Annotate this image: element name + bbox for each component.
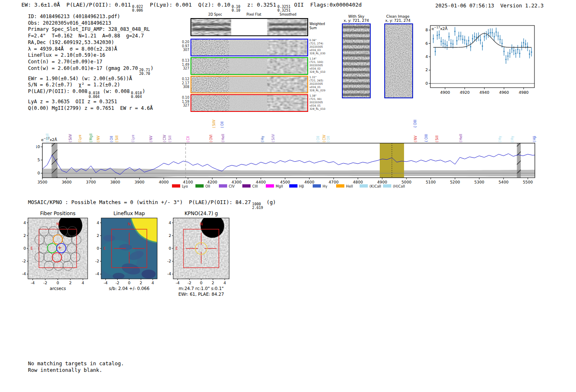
spec2d-col-header: Pixel Flat [235, 13, 272, 16]
emission-line-label: ( NV [97, 135, 100, 142]
emission-line-label: ( HeII [221, 134, 225, 142]
info-line: Cont(w) = 2.60(±0.01)e-17 (gmag 20.7020.… [28, 65, 153, 76]
emission-line-label: ( CII [186, 136, 190, 142]
legend: LyαOIICIVCIIIMgIIHβHγHeII(K)CaII(H)CaII [172, 184, 405, 188]
svg-text:-4: -4 [176, 281, 179, 285]
info-line: Primary Spec_Slot_IFU_AMP: 328_083_048_R… [28, 26, 153, 33]
header-summary: EW: 3.6±1.0Å P(LAE)/P(OII): 0.0110.0220.… [21, 2, 362, 12]
info-line: P(LAE)/P(OII): 0.0080.0180.004 (w: 0.008… [28, 88, 153, 99]
kpno-g-map: NE-4-4-2-2002244m:24.7 rc:1.0" s:0.1"EWr… [166, 210, 248, 300]
svg-text:2: 2 [425, 67, 428, 72]
north-label: N [200, 222, 202, 226]
emission-line-label: { OIII [413, 120, 417, 128]
svg-text:3600: 3600 [62, 180, 72, 184]
svg-text:4: 4 [169, 220, 171, 225]
spec2d-row [190, 18, 308, 36]
emission-line-label: ( Lyα [78, 135, 82, 142]
emission-line-label: ( SiII [435, 135, 439, 142]
map-xlabel: m:24.7 rc:1.0" s:0.1" [179, 286, 223, 291]
info-line: EWr = 1.90(±0.54) (w: 2.00(±0.56))Å [28, 76, 153, 82]
svg-text:5300: 5300 [474, 180, 484, 184]
info-block: ID: 4018496213 (4018496213.pdf)Obs: 2022… [28, 14, 153, 112]
svg-text:4920: 4920 [460, 90, 469, 95]
clean-image-coords: x, y: 721, 274 [375, 19, 420, 23]
svg-text:Hβ: Hβ [299, 184, 304, 188]
svg-text:2: 2 [169, 233, 171, 238]
with-sky-title: With Sky [334, 14, 379, 19]
svg-text:0: 0 [23, 246, 26, 251]
svg-text:-4: -4 [95, 271, 99, 276]
fiber-positions-map: NE-4-4-2-2002244arcsecs [21, 210, 103, 300]
super-sub-value: 0.32510.3251 [277, 5, 290, 12]
info-line: Q(0.00) MgII(2799) z = 0.7651 EW r = 4.6… [28, 105, 153, 112]
svg-text:0: 0 [37, 171, 40, 175]
emission-line-label: ( MgII [46, 134, 49, 142]
svg-text:(K)CaII: (K)CaII [369, 184, 381, 188]
flux-units-label: e−17x2Å [432, 26, 448, 31]
info-line: λ = 4939.84Å σ = 8.00(±2.28)Å [28, 46, 153, 53]
map-xlabel-2: EWr: 61, PLAE: 84.27 [179, 292, 224, 297]
svg-text:-4: -4 [167, 271, 171, 276]
svg-text:4300: 4300 [232, 180, 242, 184]
svg-text:5000: 5000 [402, 180, 411, 184]
svg-text:4: 4 [23, 220, 26, 225]
svg-text:4980: 4980 [519, 90, 529, 95]
svg-text:4800: 4800 [353, 180, 363, 184]
svg-text:6: 6 [425, 41, 428, 46]
info-line: Cont(n) = 2.70(±0.09)e-17 [28, 59, 153, 65]
east-label: E [104, 246, 106, 251]
svg-text:4600: 4600 [304, 180, 314, 184]
emission-line-label: ( CIV [323, 135, 326, 142]
svg-text:0: 0 [97, 246, 99, 251]
super-sub-value: 20.7120.70 [139, 68, 150, 76]
spec2d-row-right-label: 1.38" (721, 99) 20220305 v016_01 328_RL_… [309, 95, 330, 111]
emission-line-label: ( Lyα [131, 135, 135, 142]
emission-line-label: { OIII [425, 134, 428, 142]
info-line: RA,Dec (192.609192,53.342030) [28, 39, 153, 46]
emission-line-label: ( HeII [459, 134, 463, 142]
svg-text:-2: -2 [22, 259, 26, 263]
svg-text:4900: 4900 [440, 90, 450, 95]
info-line: ID: 4018496213 (4018496213.pdf) [28, 14, 153, 20]
east-label: E [176, 246, 178, 251]
spec2d-row [190, 39, 308, 56]
lineflux-map: NE-4-4-2-2002244s/b: 2.04 +/- 0.066 [94, 210, 176, 300]
svg-text:-4: -4 [22, 271, 26, 276]
spec2d-row-right-label: 0.36" (721, 274) 20220305 v016_03 328_RL… [309, 39, 330, 56]
svg-text:4: 4 [82, 281, 84, 285]
svg-text:OII: OII [205, 184, 210, 188]
emission-line-label: ( SiIV [272, 134, 275, 142]
svg-text:4900: 4900 [377, 180, 387, 184]
full-spectrum-chart: 3500360037003800390040004100420043004400… [36, 115, 563, 195]
spec2d-col-header: Smoothed [269, 13, 307, 16]
spec2d-col-header: 2D Spec [197, 13, 234, 16]
svg-text:4960: 4960 [499, 90, 509, 95]
svg-text:4: 4 [151, 281, 154, 285]
svg-text:4: 4 [425, 54, 428, 59]
svg-text:3500: 3500 [37, 180, 47, 184]
bright-source-mask [58, 213, 82, 237]
svg-text:4400: 4400 [256, 180, 266, 184]
svg-text:3800: 3800 [110, 180, 120, 184]
spec2d-row-left-label: 0.12 2.17 308 [179, 77, 189, 89]
svg-text:10: 10 [36, 144, 40, 149]
spec2d-row-left-label: 0.20 0.97 307 [179, 40, 189, 52]
emission-line-label: ( MgII [89, 134, 93, 142]
info-line: S/N = 6.2(±0.7) χ² = 1.2(±0.2) [28, 82, 153, 88]
svg-text:2: 2 [140, 281, 142, 285]
super-sub-value: 0.0220.006 [132, 5, 143, 12]
svg-text:(H)CaII: (H)CaII [393, 184, 405, 188]
svg-text:Lyα: Lyα [182, 184, 188, 188]
emission-line-label: ( SiIV [69, 134, 72, 142]
svg-text:0: 0 [56, 281, 59, 285]
clean-image [384, 23, 413, 98]
emission-line-label: ( Hγ [498, 136, 502, 142]
svg-text:4700: 4700 [329, 180, 339, 184]
map-xlabel: s/b: 2.04 +/- 0.066 [109, 286, 150, 291]
emission-line-label: ( SiIV [212, 120, 216, 128]
footer-line-2: Row intentionally blank. [28, 367, 102, 373]
info-line: LyA z = 3.0635 OII z = 0.3251 [28, 99, 153, 105]
spec2d-row-left-label: 0.13 1.49 327 [179, 59, 189, 71]
svg-text:0: 0 [425, 81, 428, 86]
svg-text:MgII: MgII [276, 184, 283, 188]
